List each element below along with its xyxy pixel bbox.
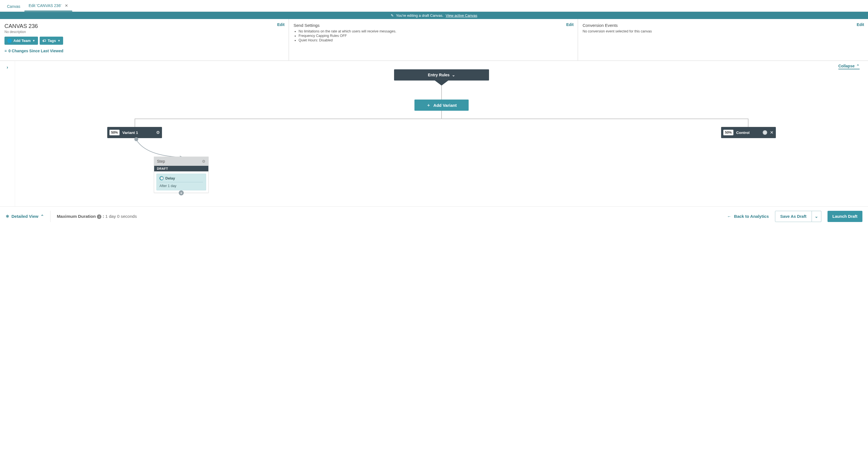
edit-canvas-info-link[interactable]: Edit (277, 22, 285, 27)
delay-card[interactable]: 🕐 Delay After 1 day (156, 174, 206, 191)
step-card[interactable]: Step ⚙ DRAFT 🕐 Delay After 1 day + (154, 156, 209, 193)
expand-sidebar[interactable]: › (0, 61, 15, 206)
variant-percent: 50% (110, 130, 120, 135)
canvas-title: CANVAS 236 (4, 23, 284, 29)
add-variant-label: Add Variant (433, 103, 457, 108)
detailed-view-label: Detailed View (11, 214, 38, 219)
connection-handle[interactable] (134, 137, 138, 141)
back-to-analytics-link[interactable]: ← Back to Analytics (727, 214, 769, 219)
save-draft-group: Save As Draft ⌄ (775, 211, 822, 222)
arrow-left-icon: ← (727, 214, 731, 219)
max-duration: Maximum Duration i : 1 day 0 seconds (57, 214, 137, 219)
control-node[interactable]: 50% Control i ✕ (721, 127, 776, 138)
edit-send-settings-link[interactable]: Edit (566, 22, 574, 27)
nodes-icon: ⚛ (6, 214, 9, 219)
tab-canvas[interactable]: Canvas (3, 1, 24, 11)
detailed-view-toggle[interactable]: ⚛ Detailed View ⌃ (6, 214, 44, 219)
plus-icon: ＋ (427, 103, 431, 108)
add-step-button[interactable]: + (179, 191, 184, 196)
canvas-area[interactable]: Entry Rules ⌄ ＋ Add Variant 50% Variant … (15, 61, 868, 206)
tags-label: Tags (48, 38, 56, 43)
connector-curve (15, 61, 267, 173)
chevron-right-icon: › (7, 65, 8, 70)
connector-line (134, 119, 748, 119)
caret-down-icon: ▼ (32, 39, 35, 42)
chevron-up-icon: ⌃ (40, 214, 44, 219)
entry-rules-label: Entry Rules (428, 73, 450, 77)
tab-edit-canvas[interactable]: Edit 'CANVAS 236' ✕ (24, 0, 72, 11)
tags-button[interactable]: 🏷 Tags ▼ (40, 37, 63, 45)
max-duration-label: Maximum Duration (57, 214, 96, 219)
footer-bar: ⚛ Detailed View ⌃ Maximum Duration i : 1… (0, 206, 868, 226)
gear-icon[interactable]: ⚙ (202, 159, 206, 164)
info-icon[interactable]: i (763, 130, 767, 135)
globe-icon: 🌐 (7, 38, 12, 43)
draft-banner: ✎ You're editing a draft Canvas. View ac… (0, 12, 868, 19)
conversion-title: Conversion Events (583, 23, 864, 28)
save-as-draft-dropdown[interactable]: ⌄ (812, 211, 822, 222)
delay-value: After 1 day (159, 184, 203, 188)
send-bullet-freq: Frequency Capping Rules OFF (299, 34, 573, 38)
connector-line (748, 119, 748, 127)
control-name: Control (736, 131, 760, 135)
step-title: Step (157, 159, 165, 164)
edit-conversion-link[interactable]: Edit (857, 22, 864, 27)
draft-badge: DRAFT (154, 166, 208, 171)
add-team-button[interactable]: 🌐 Add Team ▼ (4, 37, 38, 45)
pencil-icon: ✎ (391, 13, 394, 18)
tag-icon: 🏷 (42, 38, 46, 43)
back-label: Back to Analytics (734, 214, 769, 219)
changes-since-viewed[interactable]: ≡ 0 Changes Since Last Viewed (4, 49, 284, 53)
variant-name: Variant 1 (122, 131, 153, 135)
close-icon[interactable]: ✕ (65, 3, 68, 8)
close-icon[interactable]: ✕ (770, 130, 774, 135)
caret-down-icon: ▼ (58, 39, 60, 42)
send-settings-panel: Edit Send Settings No limitations on the… (289, 19, 578, 60)
changes-label: 0 Changes Since Last Viewed (8, 49, 63, 53)
connector-line (441, 111, 442, 119)
variant-node[interactable]: 50% Variant 1 ⚙ (107, 127, 162, 138)
launch-draft-button[interactable]: Launch Draft (828, 211, 862, 222)
send-bullet-quiet: Quiet Hours: Disabled (299, 38, 573, 42)
gear-icon[interactable]: ⚙ (156, 130, 160, 135)
step-header: Step ⚙ (154, 157, 208, 166)
list-icon: ≡ (4, 49, 7, 53)
info-icon[interactable]: i (97, 214, 101, 219)
send-settings-title: Send Settings (293, 23, 573, 28)
conversion-text: No conversion event selected for this ca… (583, 29, 864, 33)
add-variant-button[interactable]: ＋ Add Variant (414, 99, 469, 111)
connector-line (134, 119, 135, 127)
conversion-events-panel: Edit Conversion Events No conversion eve… (578, 19, 868, 60)
control-percent: 50% (723, 130, 734, 135)
add-team-label: Add Team (13, 38, 31, 43)
canvas-description: No description (4, 30, 284, 34)
canvas-workspace: › Collapse ⌃ Entry Rules ⌄ ＋ Add Variant… (0, 61, 868, 206)
tab-bar: Canvas Edit 'CANVAS 236' ✕ (0, 0, 868, 12)
banner-text: You're editing a draft Canvas. (396, 13, 443, 18)
save-as-draft-button[interactable]: Save As Draft (775, 211, 812, 222)
send-bullet-rate: No limitations on the rate at which user… (299, 29, 573, 33)
divider (50, 211, 51, 222)
view-active-canvas-link[interactable]: View active Canvas (446, 13, 477, 18)
info-row: Edit CANVAS 236 No description 🌐 Add Tea… (0, 19, 868, 61)
chevron-down-icon: ⌄ (452, 73, 455, 77)
clock-icon: 🕐 (159, 176, 164, 180)
delay-label: Delay (165, 176, 175, 180)
tab-edit-label: Edit 'CANVAS 236' (29, 3, 61, 8)
connector-line (441, 86, 442, 99)
canvas-info-panel: Edit CANVAS 236 No description 🌐 Add Tea… (0, 19, 289, 60)
max-duration-value: 1 day 0 seconds (105, 214, 137, 219)
entry-rules-node[interactable]: Entry Rules ⌄ (394, 69, 489, 81)
